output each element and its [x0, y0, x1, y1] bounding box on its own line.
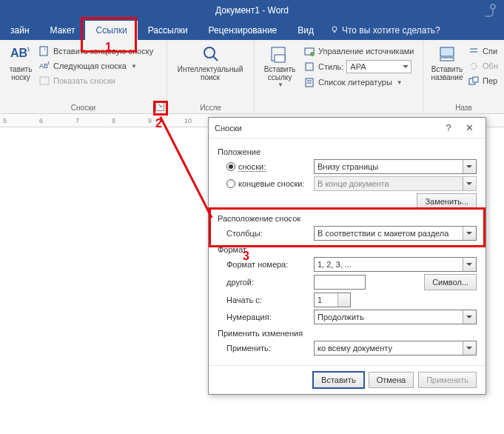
svg-text:i: i: [44, 47, 45, 51]
svg-rect-25: [473, 77, 478, 82]
radio-footnotes[interactable]: [226, 162, 235, 171]
chevron-down-icon: ▼: [397, 79, 403, 86]
manage-sources-button[interactable]: Управление источниками: [303, 44, 414, 58]
svg-text:1: 1: [47, 61, 50, 65]
svg-text:AB: AB: [10, 47, 27, 59]
style-select[interactable]: APA: [346, 60, 411, 73]
refresh-icon: [468, 60, 480, 72]
sources-icon: [303, 45, 315, 57]
show-notes-icon: [38, 75, 50, 87]
tell-me[interactable]: Что вы хотите сделать?: [324, 21, 440, 40]
help-button[interactable]: ?: [438, 122, 459, 133]
group-label: Сноски: [0, 104, 167, 112]
svg-point-1: [332, 27, 337, 31]
citation-icon: [269, 44, 290, 64]
svg-line-11: [213, 56, 218, 61]
crossref-icon: [468, 75, 480, 87]
radio-endnotes[interactable]: [226, 179, 235, 188]
apply-to-select[interactable]: ко всему документу: [314, 341, 477, 355]
columns-select[interactable]: В соответствии с макетом раздела: [314, 226, 477, 241]
cancel-button[interactable]: Отмена: [369, 372, 414, 388]
search-icon: [200, 44, 221, 64]
tab-layout[interactable]: Макет: [40, 21, 86, 40]
list-icon: [468, 45, 480, 57]
title-bar: Документ1 - Word: [0, 0, 504, 21]
symbol-button[interactable]: Символ...: [424, 274, 477, 290]
group-label: Иссле: [167, 104, 254, 112]
section-apply: Применить изменения: [218, 329, 477, 338]
section-layout: Расположение сносок: [218, 214, 477, 223]
group-footnotes: AB1 тавить носку i Вставить концевую сно…: [0, 40, 167, 113]
insert-citation-button[interactable]: Вставить ссылку ▼: [261, 43, 299, 101]
insert-footnote-button[interactable]: AB1 тавить носку: [6, 43, 36, 101]
document-title: Документ1 - Word: [215, 5, 289, 16]
section-format: Формат: [218, 245, 477, 254]
next-footnote-button[interactable]: AB1 Следующая сноска ▼: [38, 59, 153, 73]
group-citations: Вставить ссылку ▼ Управление источниками…: [255, 40, 423, 113]
lightbulb-icon: [330, 25, 339, 36]
show-notes-button[interactable]: Показать сноски: [38, 74, 153, 87]
style-icon: [303, 61, 315, 73]
annotation-connector: [159, 116, 212, 218]
tab-review[interactable]: Рецензирование: [198, 21, 288, 40]
close-button[interactable]: ✕: [459, 122, 480, 133]
dialog-titlebar[interactable]: Сноски ? ✕: [209, 118, 485, 138]
tab-design[interactable]: зайн: [0, 21, 40, 40]
ribbon: AB1 тавить носку i Вставить концевую сно…: [0, 40, 504, 114]
section-position: Положение: [218, 147, 477, 156]
footnote-ab-icon: AB1: [10, 44, 31, 64]
ribbon-tabs: зайн Макет Ссылки Рассылки Рецензировани…: [0, 21, 504, 40]
toc-button[interactable]: Спи: [468, 44, 498, 58]
number-format-select[interactable]: 1, 2, 3, ...: [314, 257, 477, 272]
svg-point-0: [491, 4, 495, 9]
group-label: Назв: [423, 104, 504, 112]
endnotes-position-select: В конце документа: [314, 176, 477, 191]
insert-button[interactable]: Вставить: [313, 372, 364, 388]
caption-icon: [437, 44, 457, 64]
svg-rect-20: [440, 47, 454, 56]
tab-mailings[interactable]: Рассылки: [138, 21, 198, 40]
svg-rect-16: [306, 63, 313, 70]
svg-rect-5: [40, 47, 47, 56]
svg-point-10: [204, 47, 215, 58]
group-captions: Вставить название Спи Обн Пер Назв: [423, 40, 504, 113]
svg-rect-13: [275, 55, 285, 62]
footnotes-dialog: Сноски ? ✕ Положение сноски: Внизу стран…: [208, 117, 486, 395]
insert-caption-button[interactable]: Вставить название: [429, 43, 465, 101]
svg-rect-9: [40, 77, 49, 84]
crossref-button[interactable]: Пер: [468, 74, 498, 87]
group-research: Интеллектуальный поиск Иссле: [167, 40, 255, 113]
numbering-select[interactable]: Продолжить: [314, 310, 477, 324]
dialog-title: Сноски: [215, 124, 438, 133]
footnotes-dialog-launcher[interactable]: ↘: [155, 102, 164, 111]
smart-lookup-button[interactable]: Интеллектуальный поиск: [173, 43, 247, 81]
bibliography-icon: [303, 76, 315, 88]
svg-rect-2: [334, 31, 335, 33]
svg-rect-21: [440, 58, 454, 61]
footnotes-position-select[interactable]: Внизу страницы: [314, 159, 477, 174]
apply-button[interactable]: Применить: [418, 372, 477, 388]
citation-style[interactable]: Стиль: APA: [303, 59, 414, 74]
start-at-spinner[interactable]: 1: [314, 293, 351, 307]
tab-view[interactable]: Вид: [287, 21, 324, 40]
chevron-down-icon: ▼: [131, 63, 137, 70]
chevron-down-icon: ▼: [278, 81, 283, 88]
update-button[interactable]: Обн: [468, 59, 498, 73]
tab-references[interactable]: Ссылки: [85, 21, 137, 40]
bibliography-button[interactable]: Список литературы ▼: [303, 76, 414, 89]
app-logo-icon: [480, 1, 498, 21]
svg-point-15: [310, 52, 315, 56]
insert-endnote-button[interactable]: i Вставить концевую сноску: [38, 44, 153, 58]
convert-button[interactable]: Заменить...: [417, 193, 477, 210]
svg-text:1: 1: [27, 46, 30, 53]
next-footnote-icon: AB1: [38, 60, 50, 72]
custom-mark-input[interactable]: [314, 275, 366, 290]
endnote-icon: i: [38, 45, 50, 57]
